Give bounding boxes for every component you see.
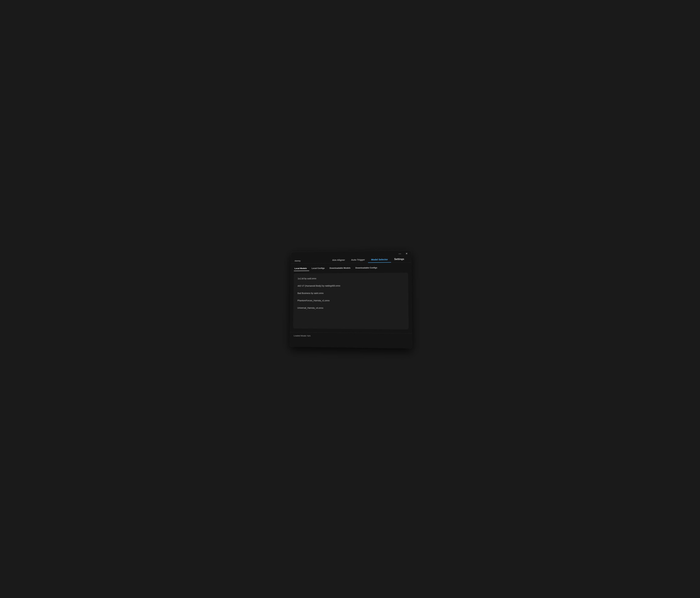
tab-settings[interactable]: Settings <box>391 256 407 262</box>
sub-tabs-bar: Local Models Local Configs Downloadable … <box>294 265 408 271</box>
minimize-button[interactable]: — <box>398 252 402 255</box>
subtab-downloadable-models[interactable]: Downloadable Models <box>327 265 353 271</box>
tab-aim-aligner[interactable]: Aim Aligner <box>329 257 348 263</box>
tab-auto-trigger[interactable]: Auto Trigger <box>348 257 368 263</box>
model-list-container: 1v1.lol by uuid.onnx AIO V7 (Humanoid Bo… <box>293 272 408 330</box>
list-item[interactable]: 1v1.lol by uuid.onnx <box>295 274 407 282</box>
subtab-downloadable-configs[interactable]: Downloadable Configs <box>353 265 380 270</box>
tab-model-selector[interactable]: Model Selector <box>368 257 391 263</box>
subtab-local-models[interactable]: Local Models <box>294 266 309 271</box>
app-name-label: Aimmy <box>295 259 301 264</box>
content-area: Local Models Local Configs Downloadable … <box>290 262 412 332</box>
subtab-local-configs[interactable]: Local Configs <box>309 266 327 271</box>
list-item[interactable]: Bad Business by saint.onnx <box>294 289 407 297</box>
list-item[interactable]: AIO V7 (Humanoid Body) by natdog400.onnx <box>295 282 407 289</box>
app-window: — ✕ Aimmy Aim Aligner Auto Trigger Model… <box>290 251 412 348</box>
status-bar: Loaded Model: N/A <box>290 332 412 340</box>
list-item[interactable]: PhantomForces_Hamsta_v1.onnx <box>294 297 407 305</box>
list-item[interactable]: Universal_Hamsta_v4.onnx <box>294 304 407 312</box>
close-button[interactable]: ✕ <box>404 252 408 255</box>
